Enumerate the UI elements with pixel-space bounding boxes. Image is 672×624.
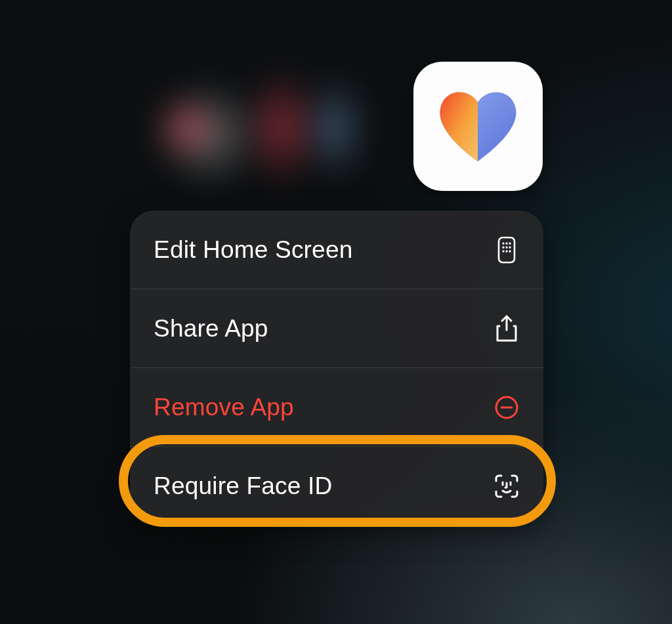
svg-point-5: [505, 246, 507, 248]
context-menu: Edit Home Screen Share App: [130, 211, 543, 525]
menu-item-remove-app[interactable]: Remove App: [130, 368, 543, 446]
menu-item-label: Edit Home Screen: [154, 236, 352, 264]
svg-rect-0: [499, 238, 514, 262]
menu-item-require-face-id[interactable]: Require Face ID: [130, 447, 543, 525]
svg-point-1: [502, 242, 504, 244]
face-id-icon: [494, 473, 520, 499]
svg-point-6: [509, 246, 511, 248]
svg-point-2: [505, 242, 507, 244]
remove-icon: [494, 394, 520, 421]
app-icon[interactable]: [413, 62, 543, 191]
svg-point-8: [505, 250, 507, 252]
svg-point-3: [509, 242, 511, 244]
svg-point-9: [509, 250, 511, 252]
apps-grid-icon: [494, 237, 520, 263]
svg-point-4: [502, 246, 504, 248]
svg-point-7: [502, 250, 504, 252]
menu-item-share-app[interactable]: Share App: [130, 289, 543, 367]
menu-item-label: Require Face ID: [154, 472, 332, 500]
menu-item-label: Remove App: [154, 394, 294, 421]
blurred-apps-background: [131, 69, 374, 187]
menu-item-edit-home-screen[interactable]: Edit Home Screen: [130, 211, 543, 289]
menu-item-label: Share App: [154, 315, 268, 343]
heart-icon: [434, 85, 522, 167]
share-icon: [494, 316, 520, 342]
